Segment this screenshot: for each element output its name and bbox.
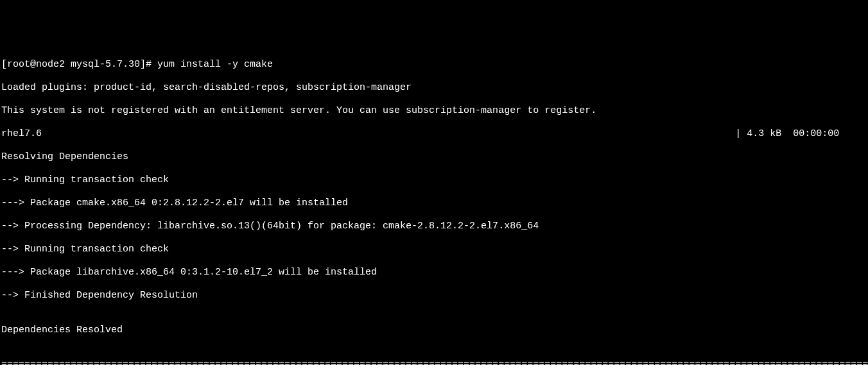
output-line: --> Processing Dependency: libarchive.so… [1,221,868,232]
shell-prompt: [root@node2 mysql-5.7.30]# [1,59,157,70]
output-line: ---> Package libarchive.x86_64 0:3.1.2-1… [1,267,868,278]
terminal-output: [root@node2 mysql-5.7.30]# yum install -… [1,47,868,365]
output-line: --> Running transaction check [1,244,868,255]
output-line: rhel7.6 | 4.3 kB 00:00:00 [1,128,868,140]
output-line: --> Running transaction check [1,174,868,186]
command-text: yum install -y cmake [157,59,273,70]
output-line: Dependencies Resolved [1,325,868,336]
prompt-line[interactable]: [root@node2 mysql-5.7.30]# yum install -… [1,59,868,71]
output-line: Resolving Dependencies [1,151,868,163]
separator-line: ========================================… [1,359,868,365]
output-line: --> Finished Dependency Resolution [1,290,868,301]
output-line: ---> Package cmake.x86_64 0:2.8.12.2-2.e… [1,198,868,209]
output-line: This system is not registered with an en… [1,105,868,117]
output-line: Loaded plugins: product-id, search-disab… [1,82,868,94]
